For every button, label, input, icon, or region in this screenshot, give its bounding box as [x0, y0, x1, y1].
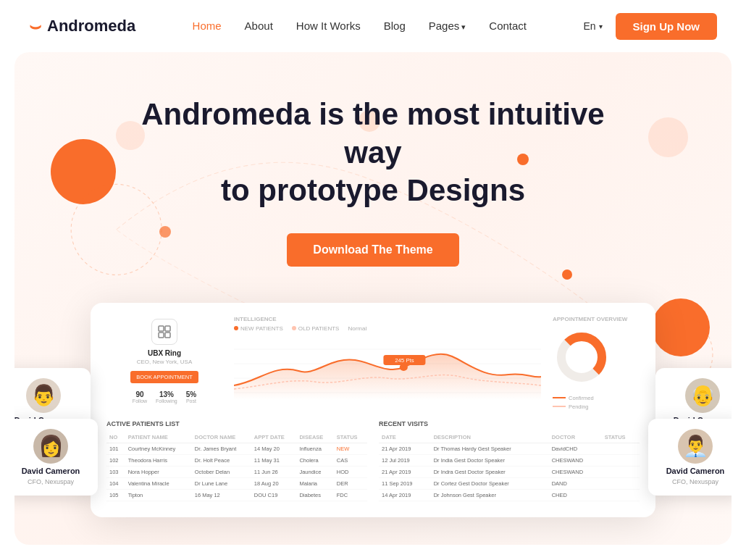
pname-bottom-right: David Cameron [666, 467, 725, 475]
logo-text: Andromeda [47, 17, 135, 35]
col-date: APPT DATE [251, 432, 297, 443]
visits-table-title: RECENT VISITS [379, 420, 640, 427]
patients-mini-table: NO PATIENT NAME DOCTOR NAME APPT DATE DI… [106, 432, 367, 501]
deco-circle-7 [562, 269, 572, 280]
ptitle-bottom-right: CFO, Nexuspay [672, 478, 718, 485]
dash-logo [151, 319, 177, 345]
dash-appointment-btn[interactable]: BOOK APPOINTMENT [130, 371, 198, 383]
dash-profile-name: UBX Ring [148, 349, 181, 357]
col-disease: DISEASE [296, 432, 333, 443]
dashboard-chart: INTELLIGENCE NEW PATIENTS OLD PATIENTS [234, 316, 541, 410]
svg-text:245 Pts: 245 Pts [395, 357, 414, 363]
hero-headline: Andromeda is the most intuitive way to p… [120, 96, 626, 210]
col-doctor: DOCTOR NAME [192, 432, 251, 443]
nav-item-about[interactable]: About [245, 20, 273, 33]
table-row: 21 Apr 2019Dr Thomas Hardy Gest SpeakerD… [379, 443, 640, 454]
donut-svg [553, 328, 611, 386]
svg-rect-2 [159, 326, 164, 331]
donut-title: APPOINTMENT OVERVIEW [553, 316, 640, 322]
patients-table-body: 101Courtney McKinneyDr. James Bryant14 M… [106, 443, 367, 501]
nav-link-home[interactable]: Home [193, 20, 222, 32]
dash-stats: 90 Follow 13% Following 5% Post [133, 390, 196, 404]
dash-profile-sub: CEO, New York, USA [137, 359, 192, 365]
chart-title: INTELLIGENCE [234, 316, 541, 322]
table-row: 11 Sep 2019Dr Cortez Gest Doctor Speaker… [379, 477, 640, 489]
legend-dot-pink [292, 326, 296, 330]
col-visit-doctor: DOCTOR [549, 432, 602, 443]
avatar-mid-left: 👨 [26, 378, 61, 413]
language-selector[interactable]: En [583, 20, 602, 32]
dashboard-profile: UBX Ring CEO, New York, USA BOOK APPOINT… [106, 316, 222, 410]
svg-rect-3 [165, 326, 170, 331]
logo[interactable]: ⌣ Andromeda [29, 15, 135, 38]
svg-rect-5 [165, 333, 170, 338]
table-row: 101Courtney McKinneyDr. James Bryant14 M… [106, 443, 367, 454]
svg-rect-4 [159, 333, 164, 338]
avatar-bottom-right: 👨‍💼 [678, 429, 713, 464]
legend-normal: Normal [348, 325, 366, 332]
legend-dot-orange [234, 326, 238, 330]
nav-link-about[interactable]: About [245, 20, 273, 32]
table-row: 14 Apr 2019Dr Johnson Gest SpeakerCHED [379, 489, 640, 501]
signup-button[interactable]: Sign Up Now [616, 13, 718, 40]
nav-item-contact[interactable]: Contact [489, 20, 527, 33]
visits-mini-table: DATE DESCRIPTION DOCTOR STATUS 21 Apr 20… [379, 432, 640, 501]
visits-table: RECENT VISITS DATE DESCRIPTION DOCTOR ST… [379, 420, 640, 501]
table-row: 12 Jul 2019Dr India Gest Doctor SpeakerC… [379, 454, 640, 466]
nav-link-contact[interactable]: Contact [489, 20, 527, 32]
profile-card-bottom-right: 👨‍💼 David Cameron CFO, Nexuspay [648, 419, 732, 496]
col-no: NO [106, 432, 125, 443]
mockup-container: 👨 David Cameron CFO, Nexuspay 👴 David Ca… [91, 303, 655, 517]
legend-new-patients: NEW PATIENTS [234, 325, 283, 332]
patients-table-title: ACTIVE PATIENTS LIST [106, 420, 367, 427]
table-row: 102Theodora HarrisDr. Holt Peace11 May 3… [106, 454, 367, 466]
stat-follow: 90 Follow [133, 390, 147, 404]
col-visit-desc: DESCRIPTION [431, 432, 549, 443]
col-patient: PATIENT NAME [125, 432, 192, 443]
dashboard-mockup: 👨 David Cameron CFO, Nexuspay 👴 David Ca… [43, 303, 703, 517]
patients-table: ACTIVE PATIENTS LIST NO PATIENT NAME DOC… [106, 420, 367, 501]
visits-table-body: 21 Apr 2019Dr Thomas Hardy Gest SpeakerD… [379, 443, 640, 501]
pname-bottom-left: David Cameron [22, 467, 80, 475]
logo-icon: ⌣ [29, 15, 41, 38]
nav-link-blog[interactable]: Blog [384, 20, 406, 32]
table-row: 105Tipton16 May 12DOU C19DiabetesFDC [106, 489, 367, 501]
nav-item-how[interactable]: How It Works [296, 20, 361, 33]
hero-cta-area: Download The Theme [43, 233, 703, 267]
bottom-tables: ACTIVE PATIENTS LIST NO PATIENT NAME DOC… [106, 420, 640, 501]
avatar-bottom-left: 👩 [33, 429, 68, 464]
deco-circle-2 [51, 139, 116, 204]
download-button[interactable]: Download The Theme [287, 233, 458, 267]
nav-link-how[interactable]: How It Works [296, 20, 361, 32]
col-status: STATUS [334, 432, 367, 443]
navbar: ⌣ Andromeda Home About How It Works Blog… [0, 0, 746, 52]
col-visit-date: DATE [379, 432, 431, 443]
table-row: 21 Apr 2019Dr Indra Gest Doctor SpeakerC… [379, 466, 640, 477]
nav-item-blog[interactable]: Blog [384, 20, 406, 33]
nav-item-home[interactable]: Home [193, 20, 222, 33]
nav-right: En Sign Up Now [583, 13, 717, 40]
donut-legend: Confirmed Pending [553, 395, 640, 410]
chart-svg: 245 Pts [234, 335, 541, 400]
table-row: 104Valentina MiracleDr Lune Lane18 Aug 2… [106, 477, 367, 489]
stat-post: 5% Post [186, 390, 196, 404]
stat-following: 13% Following [156, 390, 177, 404]
chart-legend: NEW PATIENTS OLD PATIENTS Normal [234, 325, 541, 332]
legend-old-patients: OLD PATIENTS [292, 325, 340, 332]
nav-link-pages[interactable]: Pages [429, 20, 466, 32]
col-visit-status: STATUS [602, 432, 640, 443]
table-row: 103Nora HopperOctober Delan11 Jun 26Jaun… [106, 466, 367, 477]
deco-circle-4 [648, 117, 688, 157]
ptitle-bottom-left: CFO, Nexuspay [28, 478, 74, 485]
avatar-mid-right: 👴 [685, 378, 720, 413]
profile-card-bottom-left: 👩 David Cameron CFO, Nexuspay [14, 419, 98, 496]
hero-section: Andromeda is the most intuitive way to p… [14, 52, 732, 545]
dashboard-donut: APPOINTMENT OVERVIEW Confirmed Pending [553, 316, 640, 410]
nav-links: Home About How It Works Blog Pages Conta… [193, 20, 527, 33]
main-dashboard: UBX Ring CEO, New York, USA BOOK APPOINT… [91, 303, 655, 517]
nav-item-pages[interactable]: Pages [429, 20, 466, 33]
